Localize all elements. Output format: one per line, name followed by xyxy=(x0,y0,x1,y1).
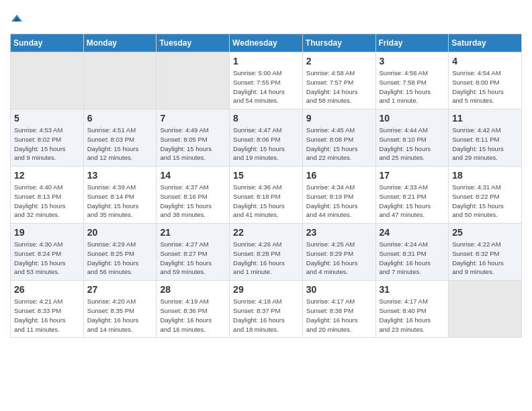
calendar-cell: 27Sunrise: 4:20 AM Sunset: 8:35 PM Dayli… xyxy=(83,281,157,338)
calendar-cell: 23Sunrise: 4:25 AM Sunset: 8:29 PM Dayli… xyxy=(302,224,375,281)
day-number: 12 xyxy=(14,170,80,181)
day-info: Sunrise: 4:26 AM Sunset: 8:28 PM Dayligh… xyxy=(233,240,299,277)
calendar-cell: 1Sunrise: 5:00 AM Sunset: 7:55 PM Daylig… xyxy=(230,52,303,109)
calendar-cell: 13Sunrise: 4:39 AM Sunset: 8:14 PM Dayli… xyxy=(83,167,157,224)
day-number: 11 xyxy=(452,113,518,124)
day-number: 29 xyxy=(233,284,299,295)
day-number: 21 xyxy=(160,227,226,238)
day-number: 26 xyxy=(14,284,80,295)
week-row-5: 26Sunrise: 4:21 AM Sunset: 8:33 PM Dayli… xyxy=(11,281,522,338)
day-info: Sunrise: 4:24 AM Sunset: 8:31 PM Dayligh… xyxy=(380,240,445,277)
calendar-cell: 14Sunrise: 4:37 AM Sunset: 8:16 PM Dayli… xyxy=(157,167,230,224)
day-info: Sunrise: 4:56 AM Sunset: 7:58 PM Dayligh… xyxy=(380,68,445,105)
day-number: 22 xyxy=(233,227,299,238)
day-header-monday: Monday xyxy=(83,34,157,52)
day-number: 4 xyxy=(452,56,518,66)
day-info: Sunrise: 4:54 AM Sunset: 8:00 PM Dayligh… xyxy=(452,68,518,105)
day-number: 2 xyxy=(306,56,372,66)
calendar-cell: 7Sunrise: 4:49 AM Sunset: 8:05 PM Daylig… xyxy=(157,109,230,167)
calendar-cell: 18Sunrise: 4:31 AM Sunset: 8:22 PM Dayli… xyxy=(449,167,522,224)
day-info: Sunrise: 4:17 AM Sunset: 8:38 PM Dayligh… xyxy=(306,297,372,334)
day-info: Sunrise: 4:53 AM Sunset: 8:02 PM Dayligh… xyxy=(14,126,80,163)
day-info: Sunrise: 4:19 AM Sunset: 8:36 PM Dayligh… xyxy=(160,297,226,334)
day-number: 17 xyxy=(380,170,445,181)
day-info: Sunrise: 4:30 AM Sunset: 8:24 PM Dayligh… xyxy=(14,240,80,277)
day-number: 31 xyxy=(380,284,445,295)
day-header-thursday: Thursday xyxy=(302,34,375,52)
calendar-cell: 16Sunrise: 4:34 AM Sunset: 8:19 PM Dayli… xyxy=(302,167,375,224)
calendar-cell: 5Sunrise: 4:53 AM Sunset: 8:02 PM Daylig… xyxy=(11,109,84,167)
day-header-sunday: Sunday xyxy=(11,34,84,52)
calendar-cell: 29Sunrise: 4:18 AM Sunset: 8:37 PM Dayli… xyxy=(230,281,303,338)
week-row-1: 1Sunrise: 5:00 AM Sunset: 7:55 PM Daylig… xyxy=(11,52,522,109)
day-number: 20 xyxy=(87,227,153,238)
day-info: Sunrise: 4:45 AM Sunset: 8:08 PM Dayligh… xyxy=(306,126,372,163)
calendar-cell: 26Sunrise: 4:21 AM Sunset: 8:33 PM Dayli… xyxy=(11,281,84,338)
calendar-cell: 9Sunrise: 4:45 AM Sunset: 8:08 PM Daylig… xyxy=(302,109,375,167)
logo xyxy=(10,12,26,28)
day-info: Sunrise: 4:49 AM Sunset: 8:05 PM Dayligh… xyxy=(160,126,226,163)
week-row-3: 12Sunrise: 4:40 AM Sunset: 8:13 PM Dayli… xyxy=(11,167,522,224)
day-number: 10 xyxy=(380,113,445,124)
day-number: 3 xyxy=(380,56,445,66)
calendar-cell xyxy=(157,52,230,109)
day-info: Sunrise: 4:47 AM Sunset: 8:06 PM Dayligh… xyxy=(233,126,299,163)
day-number: 9 xyxy=(306,113,372,124)
day-info: Sunrise: 5:00 AM Sunset: 7:55 PM Dayligh… xyxy=(233,68,299,105)
calendar-cell: 21Sunrise: 4:27 AM Sunset: 8:27 PM Dayli… xyxy=(157,224,230,281)
calendar-cell: 3Sunrise: 4:56 AM Sunset: 7:58 PM Daylig… xyxy=(375,52,449,109)
day-info: Sunrise: 4:34 AM Sunset: 8:19 PM Dayligh… xyxy=(306,183,372,220)
day-info: Sunrise: 4:36 AM Sunset: 8:18 PM Dayligh… xyxy=(233,183,299,220)
day-number: 23 xyxy=(306,227,372,238)
day-number: 16 xyxy=(306,170,372,181)
calendar-cell: 19Sunrise: 4:30 AM Sunset: 8:24 PM Dayli… xyxy=(11,224,84,281)
day-header-saturday: Saturday xyxy=(449,34,522,52)
calendar-cell: 17Sunrise: 4:33 AM Sunset: 8:21 PM Dayli… xyxy=(375,167,449,224)
day-number: 28 xyxy=(160,284,226,295)
day-info: Sunrise: 4:17 AM Sunset: 8:40 PM Dayligh… xyxy=(380,297,445,334)
calendar-cell xyxy=(449,281,522,338)
calendar-cell: 6Sunrise: 4:51 AM Sunset: 8:03 PM Daylig… xyxy=(83,109,157,167)
day-info: Sunrise: 4:22 AM Sunset: 8:32 PM Dayligh… xyxy=(452,240,518,277)
header xyxy=(10,7,522,28)
day-number: 30 xyxy=(306,284,372,295)
day-info: Sunrise: 4:51 AM Sunset: 8:03 PM Dayligh… xyxy=(87,126,153,163)
day-info: Sunrise: 4:29 AM Sunset: 8:25 PM Dayligh… xyxy=(87,240,153,277)
calendar-cell: 28Sunrise: 4:19 AM Sunset: 8:36 PM Dayli… xyxy=(157,281,230,338)
day-number: 13 xyxy=(87,170,153,181)
calendar-cell: 10Sunrise: 4:44 AM Sunset: 8:10 PM Dayli… xyxy=(375,109,449,167)
day-info: Sunrise: 4:33 AM Sunset: 8:21 PM Dayligh… xyxy=(380,183,445,220)
day-info: Sunrise: 4:58 AM Sunset: 7:57 PM Dayligh… xyxy=(306,68,372,105)
calendar-cell: 22Sunrise: 4:26 AM Sunset: 8:28 PM Dayli… xyxy=(230,224,303,281)
header-row: SundayMondayTuesdayWednesdayThursdayFrid… xyxy=(11,34,522,52)
day-number: 1 xyxy=(233,56,299,66)
day-info: Sunrise: 4:27 AM Sunset: 8:27 PM Dayligh… xyxy=(160,240,226,277)
day-number: 15 xyxy=(233,170,299,181)
day-info: Sunrise: 4:31 AM Sunset: 8:22 PM Dayligh… xyxy=(452,183,518,220)
day-number: 8 xyxy=(233,113,299,124)
day-number: 14 xyxy=(160,170,226,181)
day-header-friday: Friday xyxy=(375,34,449,52)
day-info: Sunrise: 4:25 AM Sunset: 8:29 PM Dayligh… xyxy=(306,240,372,277)
calendar-cell xyxy=(11,52,84,109)
day-number: 5 xyxy=(14,113,80,124)
day-number: 7 xyxy=(160,113,226,124)
day-number: 18 xyxy=(452,170,518,181)
calendar-cell: 2Sunrise: 4:58 AM Sunset: 7:57 PM Daylig… xyxy=(302,52,375,109)
day-info: Sunrise: 4:21 AM Sunset: 8:33 PM Dayligh… xyxy=(14,297,80,334)
calendar-cell: 8Sunrise: 4:47 AM Sunset: 8:06 PM Daylig… xyxy=(230,109,303,167)
day-info: Sunrise: 4:40 AM Sunset: 8:13 PM Dayligh… xyxy=(14,183,80,220)
calendar-cell: 30Sunrise: 4:17 AM Sunset: 8:38 PM Dayli… xyxy=(302,281,375,338)
week-row-4: 19Sunrise: 4:30 AM Sunset: 8:24 PM Dayli… xyxy=(11,224,522,281)
calendar-cell xyxy=(83,52,157,109)
day-info: Sunrise: 4:44 AM Sunset: 8:10 PM Dayligh… xyxy=(380,126,445,163)
day-number: 27 xyxy=(87,284,153,295)
calendar-cell: 25Sunrise: 4:22 AM Sunset: 8:32 PM Dayli… xyxy=(449,224,522,281)
day-header-tuesday: Tuesday xyxy=(157,34,230,52)
day-info: Sunrise: 4:37 AM Sunset: 8:16 PM Dayligh… xyxy=(160,183,226,220)
calendar-table: SundayMondayTuesdayWednesdayThursdayFrid… xyxy=(10,34,522,338)
day-number: 25 xyxy=(452,227,518,238)
day-number: 6 xyxy=(87,113,153,124)
day-number: 19 xyxy=(14,227,80,238)
calendar-cell: 12Sunrise: 4:40 AM Sunset: 8:13 PM Dayli… xyxy=(11,167,84,224)
